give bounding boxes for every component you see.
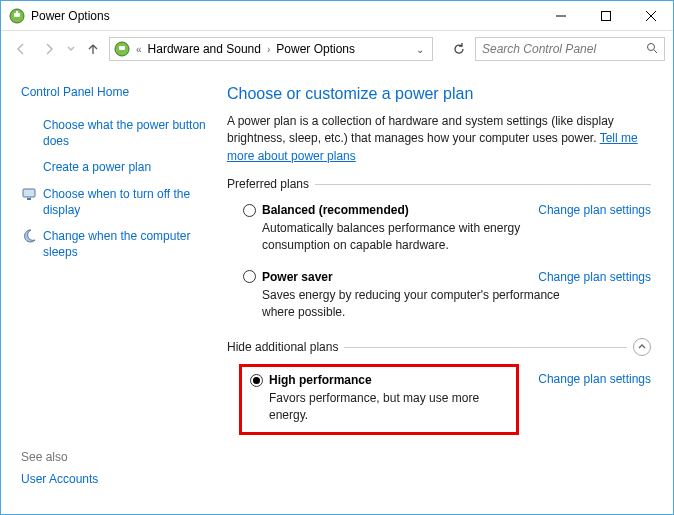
intro-body: A power plan is a collection of hardware… bbox=[227, 114, 614, 145]
preferred-plans-header: Preferred plans bbox=[227, 177, 651, 191]
radio-high[interactable] bbox=[250, 374, 263, 387]
svg-rect-4 bbox=[601, 11, 610, 20]
plan-balanced: Balanced (recommended) Change plan setti… bbox=[227, 199, 651, 266]
see-also-header: See also bbox=[21, 450, 207, 464]
change-settings-balanced[interactable]: Change plan settings bbox=[538, 203, 651, 217]
svg-line-10 bbox=[654, 50, 657, 53]
page-heading: Choose or customize a power plan bbox=[227, 85, 651, 103]
preferred-plans-label: Preferred plans bbox=[227, 177, 309, 191]
radio-saver[interactable] bbox=[243, 270, 256, 283]
radio-balanced[interactable] bbox=[243, 204, 256, 217]
window-controls bbox=[538, 1, 673, 30]
refresh-button[interactable] bbox=[447, 37, 471, 61]
sidebar-link[interactable]: Choose what the power button does bbox=[43, 117, 207, 149]
power-options-icon bbox=[9, 8, 25, 24]
svg-rect-12 bbox=[27, 198, 31, 200]
plan-saver-title: Power saver bbox=[262, 270, 333, 284]
plan-high-desc: Favors performance, but may use more ene… bbox=[250, 387, 508, 424]
recent-dropdown[interactable] bbox=[65, 37, 77, 61]
svg-rect-1 bbox=[14, 13, 20, 17]
sidebar-item-sleep: Change when the computer sleeps bbox=[21, 228, 207, 260]
moon-icon bbox=[21, 228, 37, 248]
hide-additional-header: Hide additional plans bbox=[227, 338, 651, 356]
svg-rect-11 bbox=[23, 189, 35, 197]
svg-point-9 bbox=[648, 43, 655, 50]
minimize-button[interactable] bbox=[538, 1, 583, 30]
titlebar: Power Options bbox=[1, 1, 673, 31]
up-button[interactable] bbox=[81, 37, 105, 61]
divider bbox=[344, 347, 627, 348]
hide-additional-label: Hide additional plans bbox=[227, 340, 338, 354]
main-pane: ? Choose or customize a power plan A pow… bbox=[219, 67, 673, 514]
sidebar-link[interactable]: Choose when to turn off the display bbox=[43, 186, 207, 218]
breadcrumb-dropdown[interactable]: ⌄ bbox=[416, 44, 428, 55]
back-button[interactable] bbox=[9, 37, 33, 61]
search-box[interactable] bbox=[475, 37, 665, 61]
sidebar-link[interactable]: Change when the computer sleeps bbox=[43, 228, 207, 260]
sidebar-item-display-off: Choose when to turn off the display bbox=[21, 186, 207, 218]
plan-high-title: High performance bbox=[269, 373, 372, 387]
plan-balanced-title: Balanced (recommended) bbox=[262, 203, 409, 217]
sidebar-item-power-button: Choose what the power button does bbox=[21, 117, 207, 149]
divider bbox=[315, 184, 651, 185]
chevron-right-icon: › bbox=[265, 44, 272, 55]
sidebar: Control Panel Home Choose what the power… bbox=[1, 67, 219, 514]
change-settings-saver[interactable]: Change plan settings bbox=[538, 270, 651, 284]
search-icon[interactable] bbox=[646, 42, 658, 57]
monitor-icon bbox=[21, 186, 37, 206]
plan-saver-desc: Saves energy by reducing your computer's… bbox=[243, 284, 563, 321]
sidebar-item-create-plan: Create a power plan bbox=[21, 159, 207, 175]
intro-text: A power plan is a collection of hardware… bbox=[227, 113, 651, 165]
collapse-toggle[interactable] bbox=[633, 338, 651, 356]
forward-button[interactable] bbox=[37, 37, 61, 61]
close-button[interactable] bbox=[628, 1, 673, 30]
breadcrumb-sep: « bbox=[134, 44, 144, 55]
highlight-box: High performance Favors performance, but… bbox=[239, 364, 519, 435]
window-title: Power Options bbox=[31, 9, 538, 23]
control-panel-home-link[interactable]: Control Panel Home bbox=[21, 85, 207, 99]
breadcrumb-hardware-sound[interactable]: Hardware and Sound bbox=[148, 42, 261, 56]
toolbar: « Hardware and Sound › Power Options ⌄ bbox=[1, 31, 673, 67]
content-area: Control Panel Home Choose what the power… bbox=[1, 67, 673, 514]
sidebar-link[interactable]: Create a power plan bbox=[43, 159, 151, 175]
change-settings-high[interactable]: Change plan settings bbox=[538, 364, 651, 386]
plan-saver: Power saver Change plan settings Saves e… bbox=[227, 266, 651, 333]
plan-balanced-desc: Automatically balances performance with … bbox=[243, 217, 563, 254]
svg-rect-2 bbox=[16, 11, 18, 13]
see-also-user-accounts[interactable]: User Accounts bbox=[21, 472, 207, 486]
power-options-small-icon bbox=[114, 41, 130, 57]
svg-rect-8 bbox=[119, 46, 125, 50]
search-input[interactable] bbox=[482, 42, 646, 56]
breadcrumb-power-options[interactable]: Power Options bbox=[276, 42, 355, 56]
breadcrumb[interactable]: « Hardware and Sound › Power Options ⌄ bbox=[109, 37, 433, 61]
maximize-button[interactable] bbox=[583, 1, 628, 30]
see-also-section: See also User Accounts bbox=[21, 450, 207, 504]
plan-high-row: High performance Favors performance, but… bbox=[227, 364, 651, 435]
